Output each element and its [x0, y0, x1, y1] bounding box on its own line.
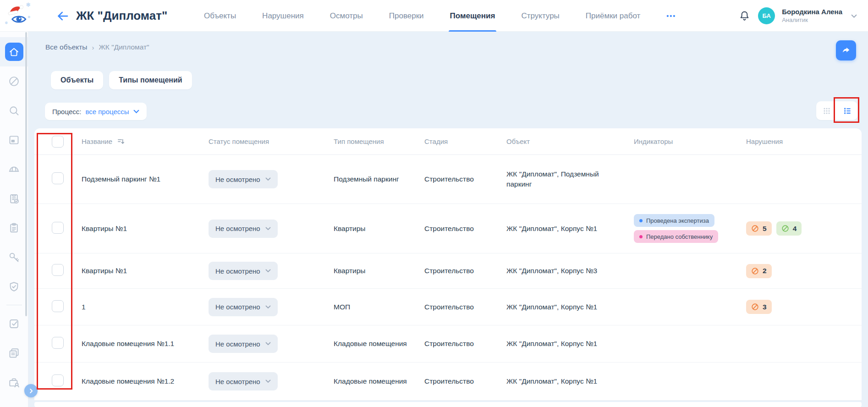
- list-view-button[interactable]: [837, 101, 857, 120]
- chevron-down-icon: [265, 305, 271, 309]
- process-filter-dropdown[interactable]: Процесс: все процессы: [45, 103, 147, 120]
- app-logo[interactable]: ❄ ❄ ❄: [5, 1, 33, 30]
- violation-badge[interactable]: 5: [746, 221, 772, 236]
- table-row[interactable]: Квартиры №1 Не осмотрено Квартиры Строит…: [34, 253, 862, 289]
- breadcrumb-root[interactable]: Все объекты: [45, 43, 88, 51]
- column-header-violations: Нарушения: [746, 138, 862, 145]
- page-title: ЖК "Дипломат": [76, 0, 167, 32]
- view-tab-room-types[interactable]: Типы помещений: [109, 71, 192, 89]
- status-label: Не осмотрено: [215, 176, 260, 183]
- sidebar-item-clipboard-check[interactable]: [0, 184, 28, 213]
- sidebar-item-shield[interactable]: [0, 272, 28, 301]
- row-checkbox[interactable]: [52, 337, 64, 349]
- status-dropdown[interactable]: Не осмотрено: [209, 335, 278, 353]
- chevron-down-icon: [265, 227, 271, 231]
- status-dropdown[interactable]: Не осмотрено: [209, 372, 278, 390]
- violations-cell: 2: [746, 264, 862, 278]
- nav-more-button[interactable]: •••: [666, 12, 676, 20]
- status-dropdown[interactable]: Не осмотрено: [209, 262, 278, 280]
- home-icon: [8, 46, 20, 58]
- sidebar-item-helmet[interactable]: [0, 154, 28, 184]
- notifications-button[interactable]: [737, 9, 751, 23]
- chevron-down-icon: [265, 177, 271, 181]
- ban-icon: [751, 267, 759, 275]
- ban-icon: [751, 303, 759, 311]
- column-header-object: Объект: [506, 138, 634, 145]
- grid-view-button[interactable]: [816, 101, 837, 120]
- table-row[interactable]: 1 Не осмотрено МОП Строительство ЖК "Дип…: [34, 289, 862, 325]
- stage: Строительство: [424, 267, 506, 275]
- select-all-checkbox[interactable]: [52, 136, 64, 148]
- status-dropdown[interactable]: Не осмотрено: [209, 220, 278, 238]
- user-avatar[interactable]: БА: [758, 7, 775, 24]
- table-row[interactable]: Кладовые помещения №1.2 Не осмотрено Кла…: [34, 363, 862, 401]
- nav-tab-2[interactable]: Осмотры: [330, 0, 363, 32]
- violation-count: 4: [793, 225, 797, 233]
- stage: Строительство: [424, 225, 506, 233]
- column-header-type: Тип помещения: [334, 138, 424, 145]
- stage: Строительство: [424, 303, 506, 311]
- view-tab-objects[interactable]: Объекты: [51, 71, 103, 89]
- room-type: Кладовые помещения: [334, 340, 424, 348]
- process-filter-value: все процессы: [85, 108, 129, 116]
- room-type: МОП: [334, 303, 424, 311]
- room-type: Подземный паркинг: [334, 175, 424, 183]
- nav-tab-5[interactable]: Структуры: [521, 0, 559, 32]
- sidebar-item-briefcase[interactable]: [0, 368, 28, 397]
- indicators-cell: Проведена экспертизаПередано собственник…: [634, 214, 746, 243]
- violations-cell: 3: [746, 300, 862, 314]
- nav-tab-3[interactable]: Проверки: [389, 0, 424, 32]
- row-checkbox[interactable]: [52, 300, 64, 312]
- grid-view-icon: [822, 106, 832, 116]
- search-icon: [8, 104, 20, 117]
- nav-tab-1[interactable]: Нарушения: [262, 0, 304, 32]
- row-checkbox[interactable]: [52, 222, 64, 234]
- clipboard-check-icon: [8, 192, 20, 205]
- nav-tab-4[interactable]: Помещения: [450, 0, 495, 32]
- nav-tab-6[interactable]: Приёмки работ: [586, 0, 640, 32]
- object: ЖК "Дипломат", Корпус №1: [506, 376, 634, 386]
- sidebar-scrollbar-thumb[interactable]: [25, 32, 27, 316]
- violation-badge[interactable]: 2: [746, 264, 772, 278]
- share-button[interactable]: [836, 40, 856, 60]
- room-type: Кладовые помещения: [334, 377, 424, 385]
- status-dropdown[interactable]: Не осмотрено: [209, 170, 278, 188]
- sidebar-item-copy[interactable]: [0, 338, 28, 368]
- horizontal-scrollbar[interactable]: [34, 402, 862, 407]
- object: ЖК "Дипломат", Корпус №3: [506, 266, 634, 276]
- status-dropdown[interactable]: Не осмотрено: [209, 298, 278, 316]
- row-checkbox[interactable]: [52, 172, 64, 184]
- row-checkbox[interactable]: [52, 374, 64, 386]
- chevron-down-icon: [133, 110, 139, 114]
- eye-santa-logo-icon: [5, 3, 30, 28]
- sidebar-item-checkbox[interactable]: [0, 309, 28, 338]
- object: ЖК "Дипломат", Корпус №1: [506, 302, 634, 312]
- sidebar-item-key[interactable]: [0, 242, 28, 272]
- room-name: Квартиры №1: [82, 267, 209, 275]
- sidebar-item-home[interactable]: [0, 37, 28, 66]
- back-button[interactable]: [56, 9, 70, 23]
- sidebar-item-clipboard[interactable]: [0, 213, 28, 242]
- user-menu-button[interactable]: [851, 12, 857, 20]
- indicator-badge: Проведена экспертиза: [634, 214, 714, 227]
- violation-badge[interactable]: 4: [776, 221, 802, 236]
- object: ЖК "Дипломат", Корпус №1: [506, 224, 634, 234]
- sort-icon[interactable]: [117, 138, 125, 145]
- sidebar-expand-button[interactable]: [24, 384, 38, 397]
- stage: Строительство: [424, 340, 506, 348]
- sidebar-item-search[interactable]: [0, 96, 28, 125]
- nav-tab-0[interactable]: Объекты: [204, 0, 236, 32]
- room-name: Кладовые помещения №1.2: [82, 377, 209, 385]
- violation-badge[interactable]: 3: [746, 300, 772, 314]
- table-row[interactable]: Подземный паркинг №1 Не осмотрено Подзем…: [34, 155, 862, 204]
- row-checkbox[interactable]: [52, 264, 64, 276]
- user-name: Бородкина Алена: [782, 8, 842, 16]
- rooms-table: Название Статус помещения Тип помещения …: [34, 128, 862, 401]
- clipboard-icon: [8, 222, 20, 234]
- sidebar-item-window[interactable]: [0, 125, 28, 154]
- sidebar-item-ban[interactable]: [0, 66, 28, 96]
- table-row[interactable]: Квартиры №1 Не осмотрено Квартиры Строит…: [34, 204, 862, 253]
- room-name: Кладовые помещения №1.1: [82, 340, 209, 348]
- table-row[interactable]: Кладовые помещения №1.1 Не осмотрено Кла…: [34, 325, 862, 363]
- violation-count: 3: [763, 303, 767, 311]
